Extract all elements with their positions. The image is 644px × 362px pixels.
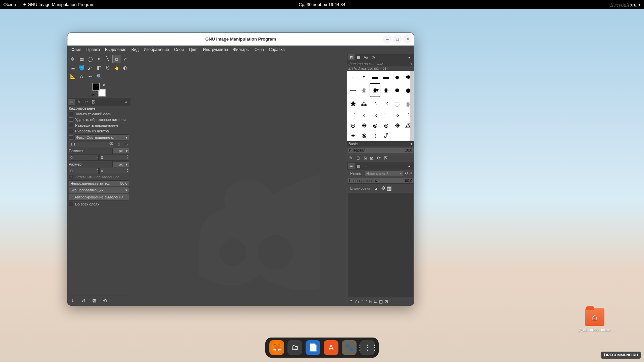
tool-brush[interactable]: 🖌 <box>86 64 94 72</box>
fg-bg-colors[interactable]: ⇄ ◩ <box>92 83 106 97</box>
brush-item[interactable]: ⋰ <box>347 111 358 120</box>
check-allow-grow[interactable] <box>69 123 73 127</box>
check-darken[interactable] <box>69 175 73 179</box>
reset-options-icon[interactable]: ⟲ <box>103 298 107 303</box>
brush-item[interactable]: ⁙ <box>370 111 380 120</box>
brush-item[interactable]: ⁂ <box>359 98 369 110</box>
dock-gimp[interactable]: 🐾 <box>342 340 357 355</box>
brush-scrollbar[interactable] <box>410 71 414 141</box>
tool-eraser[interactable]: ◧ <box>95 64 103 72</box>
tool-path[interactable]: ✒ <box>86 72 94 80</box>
tool-move[interactable]: ✥ <box>69 55 77 63</box>
brush-item[interactable]: ❋ <box>359 121 369 130</box>
check-only-current[interactable] <box>69 112 73 116</box>
pos-y[interactable]: 0 <box>99 155 129 161</box>
restore-options-icon[interactable]: ↺ <box>82 298 86 303</box>
menu-edit[interactable]: Правка <box>85 47 102 53</box>
dock-applications[interactable]: ⋮⋮⋮ <box>360 340 375 355</box>
layer-group-icon[interactable]: 🗀 <box>355 299 359 304</box>
size-x[interactable]: 0 <box>69 168 99 174</box>
reset-colors-icon[interactable]: ◩ <box>92 93 95 97</box>
layers-menu-icon[interactable]: ◂ <box>406 163 413 169</box>
tool-paths[interactable]: ╲ <box>104 55 112 63</box>
brush-item[interactable]: ⋱ <box>381 111 391 120</box>
tool-text[interactable]: A <box>77 72 86 80</box>
brush-item[interactable]: ★ <box>347 98 358 110</box>
dock-firefox[interactable]: 🦊 <box>269 340 284 355</box>
lock-pixels-icon[interactable]: 🖌 <box>374 185 380 191</box>
brush-item[interactable]: ▬ <box>370 71 380 83</box>
minimize-button[interactable]: – <box>383 35 392 44</box>
titlebar[interactable]: GNU Image Manipulation Program – □ ✕ <box>67 33 414 46</box>
menu-select[interactable]: Выделение <box>103 47 128 53</box>
tab-history[interactable]: ◷ <box>370 54 377 60</box>
brush-item[interactable]: ◉ <box>381 83 391 97</box>
layer-opacity[interactable]: Непрозрачность100,0 <box>347 178 414 184</box>
dock-files[interactable]: 🗂 <box>287 340 302 355</box>
layer-down-icon[interactable]: ˅ <box>365 299 367 304</box>
brush-item[interactable]: ◌ <box>392 98 402 110</box>
brush-new-icon[interactable]: 🗋 <box>356 156 361 161</box>
canvas-area[interactable] <box>130 54 347 305</box>
brush-edit-icon[interactable]: ✎ <box>349 156 353 161</box>
brush-item[interactable]: ● <box>392 71 402 83</box>
layer-merge-icon[interactable]: ⇊ <box>374 299 377 304</box>
tool-dodge[interactable]: ◐ <box>121 64 129 72</box>
swap-colors-icon[interactable]: ⇄ <box>103 83 106 86</box>
mode-select[interactable]: Нормальный <box>365 171 403 176</box>
brush-item[interactable]: ᔑ <box>381 131 391 141</box>
brush-item[interactable]: ❀ <box>359 131 369 141</box>
menu-image[interactable]: Изображение <box>142 47 171 53</box>
tool-fuzzy[interactable]: ✦ <box>95 55 103 63</box>
brush-filter[interactable]: фильтр по меткам <box>347 61 414 66</box>
brush-item[interactable]: ⊛ <box>347 121 358 130</box>
portrait-icon[interactable]: ▯ <box>116 142 122 146</box>
tab-images[interactable]: 🖼 <box>90 99 97 105</box>
menu-color[interactable]: Цвет <box>187 47 200 53</box>
brush-item[interactable]: ❊ <box>392 121 402 130</box>
lock-alpha-icon[interactable]: ▦ <box>387 185 392 191</box>
darken-opacity[interactable]: Непрозрачность зате…50,0 <box>69 180 129 186</box>
brush-item[interactable]: ∴ <box>370 98 380 110</box>
mode-reset-icon[interactable]: ⟲ <box>405 171 408 176</box>
tool-lasso[interactable]: ◯ <box>86 55 94 63</box>
landscape-icon[interactable]: ▭ <box>123 142 129 146</box>
maximize-button[interactable]: □ <box>393 35 402 44</box>
brush-item[interactable]: ⊛ <box>381 121 391 130</box>
tab-layers[interactable]: ≣ <box>348 163 355 169</box>
tab-patterns[interactable]: ▦ <box>355 54 362 60</box>
lock-position-icon[interactable]: ✥ <box>381 185 385 191</box>
brush-refresh-icon[interactable]: ⟳ <box>377 156 381 161</box>
home-folder-icon[interactable]: Домашняя папка <box>579 308 610 333</box>
tool-crop[interactable]: ⧉ <box>112 55 120 63</box>
menu-windows[interactable]: Окна <box>253 47 266 53</box>
brush-item[interactable]: • <box>359 71 369 83</box>
check-all-layers[interactable] <box>69 202 73 206</box>
tool-bucket[interactable]: 🪣 <box>77 64 86 72</box>
brush-item[interactable]: — <box>347 83 358 97</box>
tab-paths-panel[interactable]: ⌁ <box>363 163 369 169</box>
layer-del-icon[interactable]: ⊠ <box>385 299 388 304</box>
tool-measure[interactable]: 📐 <box>69 72 77 80</box>
autoshrink-button[interactable]: Автосокращение выделения <box>69 194 129 200</box>
layer-dup-icon[interactable]: ⎘ <box>369 299 372 304</box>
tool-align[interactable]: ▦ <box>77 55 86 63</box>
size-y[interactable]: 0 <box>99 168 129 174</box>
tab-tool-options[interactable]: ▭ <box>68 99 75 105</box>
brush-item[interactable]: ⊚ <box>370 121 380 130</box>
brush-set-select[interactable]: Basic, <box>347 141 414 146</box>
brush-open-icon[interactable]: ⇱ <box>384 156 388 161</box>
save-options-icon[interactable]: ⤓ <box>71 298 75 303</box>
brush-item[interactable]: ⌇ <box>370 131 380 141</box>
brush-item[interactable]: ▬ <box>381 71 391 83</box>
guides-select[interactable]: Без направляющих <box>69 187 129 193</box>
check-fixed[interactable] <box>69 135 73 140</box>
close-button[interactable]: ✕ <box>403 35 412 44</box>
menu-file[interactable]: Файл <box>69 47 84 53</box>
menu-layer[interactable]: Слой <box>172 47 186 53</box>
panel-clock[interactable]: Ср, 30 ноября 19:44:34 <box>299 2 345 7</box>
layer-up-icon[interactable]: ˄ <box>361 299 363 304</box>
brush-spacing[interactable]: Интервал10,0 <box>347 147 414 153</box>
mode-swap-icon[interactable]: ⇄ <box>409 171 413 176</box>
tool-smudge[interactable]: 👆 <box>112 64 120 72</box>
